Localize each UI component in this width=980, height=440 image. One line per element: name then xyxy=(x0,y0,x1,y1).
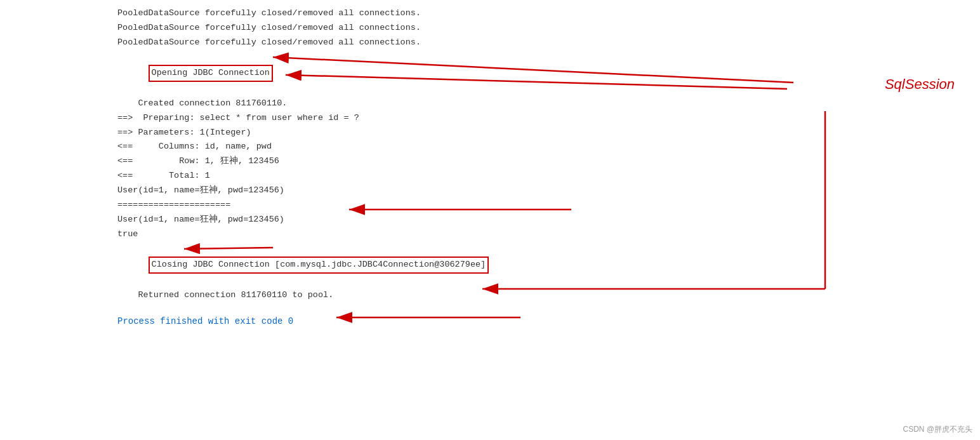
svg-line-6 xyxy=(273,57,793,83)
arrow-sqlsession-to-opening xyxy=(0,0,980,440)
svg-line-9 xyxy=(184,248,273,249)
screenshot-container: PooledDataSource forcefully closed/remov… xyxy=(0,0,980,440)
watermark: CSDN @胖虎不充头 xyxy=(903,424,972,435)
svg-line-7 xyxy=(286,75,787,89)
